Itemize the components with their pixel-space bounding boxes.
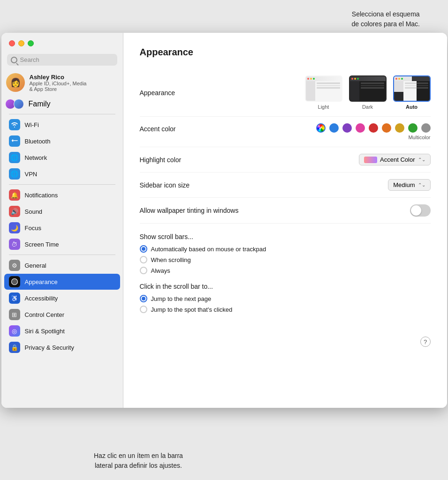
sidebar-item-sound[interactable]: 🔊 Sound <box>4 203 120 219</box>
traffic-lights <box>1 33 123 51</box>
scroll-always-radio[interactable] <box>140 267 147 274</box>
highlight-color-row: Highlight color Accent Color ⌃⌄ <box>140 147 431 172</box>
scroll-auto-radio[interactable] <box>140 245 147 253</box>
maximize-button[interactable] <box>28 40 34 46</box>
sidebar-item-focus[interactable]: 🌙 Focus <box>4 220 120 236</box>
sidebar-item-label-siri: Siri & Spotlight <box>25 328 65 335</box>
sidebar-item-family[interactable]: Family <box>4 97 120 112</box>
sidebar-item-label-wifi: Wi-Fi <box>25 121 39 128</box>
sidebar-item-privacy[interactable]: 🔒 Privacy & Security <box>4 339 120 355</box>
sidebar-item-label-accessibility: Accessibility <box>25 295 58 302</box>
family-label: Family <box>29 100 51 108</box>
privacy-icon: 🔒 <box>9 342 20 353</box>
accent-green[interactable] <box>408 123 418 133</box>
click-scroll-next-radio[interactable] <box>140 295 147 302</box>
scroll-auto-item[interactable]: Automatically based on mouse or trackpad <box>140 245 431 253</box>
sidebar-item-siri[interactable]: ◎ Siri & Spotlight <box>4 323 120 339</box>
click-scroll-next-label: Jump to the next page <box>151 295 212 302</box>
sidebar-item-label-vpn: VPN <box>25 171 38 178</box>
accent-blue[interactable] <box>329 123 339 133</box>
accessibility-icon: ♿ <box>9 292 20 304</box>
scroll-bars-label: Show scroll bars... <box>140 233 431 240</box>
accent-purple[interactable] <box>342 123 352 133</box>
general-icon: ⚙ <box>9 260 20 271</box>
sidebar-item-controlcenter[interactable]: ⊞ Control Center <box>4 307 120 322</box>
sidebar-item-label-notifications: Notifications <box>25 192 58 199</box>
sidebar-item-label-privacy: Privacy & Security <box>25 344 74 351</box>
sidebar-icon-size-value: Medium <box>393 181 415 188</box>
sidebar-item-network[interactable]: 🌐 Network <box>4 150 120 165</box>
highlight-color-label: Highlight color <box>140 156 182 164</box>
highlight-chevron-icon: ⌃⌄ <box>418 157 425 162</box>
toggle-knob <box>411 205 421 216</box>
sidebar-item-screentime[interactable]: ⏱ Screen Time <box>4 236 120 252</box>
accent-graphite[interactable] <box>421 123 431 133</box>
sidebar-item-label-bluetooth: Bluetooth <box>25 138 51 145</box>
appearance-options: Light <box>305 75 431 110</box>
dark-thumb <box>349 75 387 102</box>
profile-subtitle: Apple ID, iCloud+, Media& App Store <box>30 81 87 92</box>
sidebar-item-wifi[interactable]: Wi-Fi <box>4 117 120 133</box>
click-scroll-spot-radio[interactable] <box>140 306 147 313</box>
scroll-scrolling-label: When scrolling <box>151 256 191 263</box>
close-button[interactable] <box>9 40 15 46</box>
main-content: Appearance Appearance <box>123 33 447 408</box>
wallpaper-tinting-toggle[interactable] <box>410 204 431 217</box>
accent-orange[interactable] <box>382 123 391 133</box>
scroll-scrolling-item[interactable]: When scrolling <box>140 256 431 263</box>
accent-red[interactable] <box>369 123 378 133</box>
siri-icon: ◎ <box>9 325 20 337</box>
help-button[interactable]: ? <box>420 337 431 347</box>
sidebar-item-notifications[interactable]: 🔔 Notifications <box>4 187 120 203</box>
sidebar-item-vpn[interactable]: 🌐 VPN <box>4 166 120 182</box>
sidebar-item-label-general: General <box>25 262 46 269</box>
accent-color-row: Accent color Multicolor <box>140 117 431 147</box>
accent-yellow[interactable] <box>395 123 404 133</box>
accent-sub-label: Multicolor <box>408 135 430 140</box>
page-title: Appearance <box>140 47 431 58</box>
accent-multicolor[interactable] <box>316 123 326 133</box>
highlight-preview <box>364 157 377 163</box>
sound-icon: 🔊 <box>9 206 20 217</box>
profile-name: Ashley Rico <box>30 74 87 81</box>
wallpaper-tinting-label: Allow wallpaper tinting in windows <box>140 207 239 214</box>
light-thumb-label: Light <box>318 104 329 110</box>
search-placeholder: Search <box>20 56 39 63</box>
accent-color-label: Accent color <box>140 123 176 133</box>
click-scroll-next-item[interactable]: Jump to the next page <box>140 295 431 302</box>
sidebar-separator-2 <box>9 184 115 185</box>
light-thumb <box>305 75 342 102</box>
sidebar-item-appearance[interactable]: Appearance <box>4 274 120 290</box>
tooltip-bottom: Haz clic en un ítem en la barra lateral … <box>94 451 183 471</box>
sidebar-icon-size-row: Sidebar icon size Medium ⌃⌄ <box>140 172 431 198</box>
scroll-bars-options: Automatically based on mouse or trackpad… <box>140 245 431 274</box>
appearance-option-light[interactable]: Light <box>305 75 342 110</box>
highlight-color-select[interactable]: Accent Color ⌃⌄ <box>359 154 430 165</box>
sidebar-size-chevron-icon: ⌃⌄ <box>418 182 425 188</box>
dark-thumb-label: Dark <box>362 104 373 110</box>
sidebar-item-accessibility[interactable]: ♿ Accessibility <box>4 290 120 306</box>
profile-item[interactable]: 👩 Ashley Rico Apple ID, iCloud+, Media& … <box>1 70 123 97</box>
notifications-icon: 🔔 <box>9 189 20 201</box>
sidebar-icon-size-select[interactable]: Medium ⌃⌄ <box>388 179 430 191</box>
appearance-option-auto[interactable]: Auto <box>393 75 431 110</box>
sidebar: Search 👩 Ashley Rico Apple ID, iCloud+, … <box>1 33 123 408</box>
sidebar-item-bluetooth[interactable]: ⭠ Bluetooth <box>4 133 120 149</box>
scroll-always-item[interactable]: Always <box>140 267 431 274</box>
scroll-scrolling-radio[interactable] <box>140 256 147 263</box>
sidebar-item-general[interactable]: ⚙ General <box>4 257 120 273</box>
control-center-icon: ⊞ <box>9 309 20 320</box>
accent-pink[interactable] <box>356 123 365 133</box>
search-box[interactable]: Search <box>7 54 117 66</box>
tooltip-top: Selecciona el esquema de colores para el… <box>351 9 420 29</box>
minimize-button[interactable] <box>18 40 24 46</box>
highlight-color-value: Accent Color <box>380 156 415 163</box>
sidebar-separator <box>9 114 115 114</box>
search-icon <box>11 57 17 63</box>
avatar: 👩 <box>6 73 25 92</box>
vpn-icon: 🌐 <box>9 168 20 180</box>
appearance-option-dark[interactable]: Dark <box>349 75 387 110</box>
click-scroll-spot-label: Jump to the spot that's clicked <box>151 306 233 313</box>
click-scroll-section: Click in the scroll bar to... Jump to th… <box>140 283 431 313</box>
click-scroll-spot-item[interactable]: Jump to the spot that's clicked <box>140 306 431 313</box>
